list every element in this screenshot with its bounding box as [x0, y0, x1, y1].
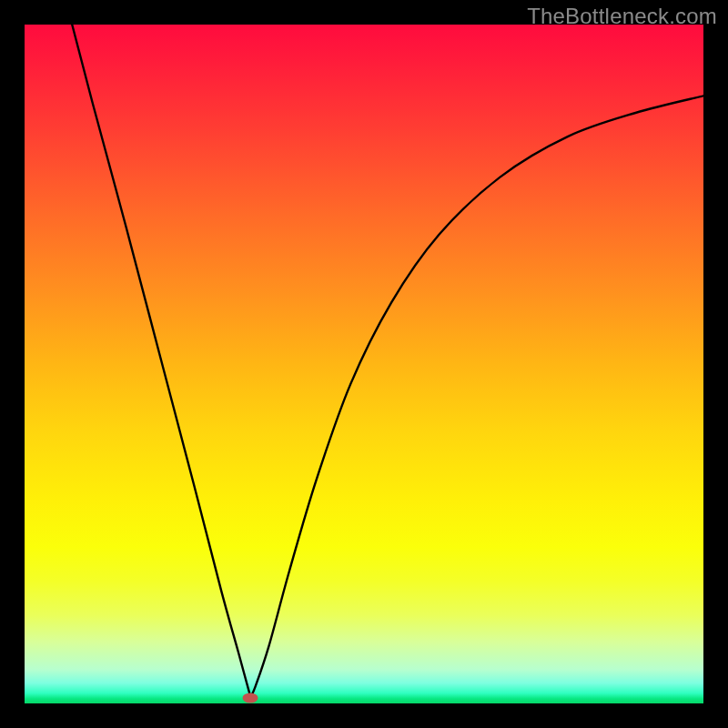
- bottleneck-curve: [25, 25, 703, 703]
- optimum-marker: [243, 693, 258, 703]
- plot-area: [25, 25, 703, 703]
- chart-frame: TheBottleneck.com: [0, 0, 728, 728]
